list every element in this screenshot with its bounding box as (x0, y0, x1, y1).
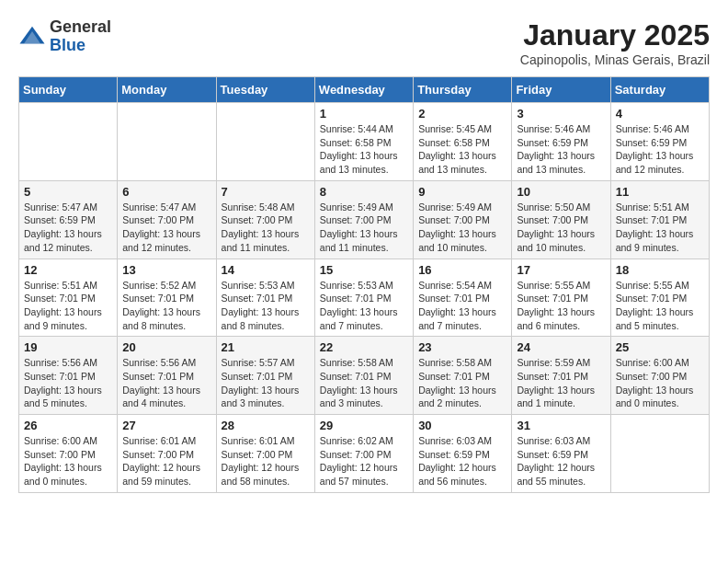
logo-icon (18, 23, 46, 51)
calendar-week-row: 12Sunrise: 5:51 AM Sunset: 7:01 PM Dayli… (19, 259, 710, 337)
day-info: Sunrise: 6:01 AM Sunset: 7:00 PM Dayligh… (122, 434, 210, 488)
day-info: Sunrise: 5:55 AM Sunset: 7:01 PM Dayligh… (517, 279, 605, 333)
day-number: 16 (418, 263, 506, 277)
calendar-body: 1Sunrise: 5:44 AM Sunset: 6:58 PM Daylig… (19, 103, 710, 493)
day-number: 3 (517, 107, 605, 121)
day-number: 31 (517, 419, 605, 432)
calendar-cell: 8Sunrise: 5:49 AM Sunset: 7:00 PM Daylig… (314, 180, 413, 259)
day-info: Sunrise: 5:54 AM Sunset: 7:01 PM Dayligh… (418, 279, 506, 333)
calendar-cell: 5Sunrise: 5:47 AM Sunset: 6:59 PM Daylig… (19, 180, 118, 259)
header-day: Friday (512, 77, 610, 103)
day-number: 7 (222, 185, 310, 199)
day-info: Sunrise: 5:59 AM Sunset: 7:01 PM Dayligh… (517, 356, 605, 410)
calendar-cell: 12Sunrise: 5:51 AM Sunset: 7:01 PM Dayli… (19, 259, 118, 337)
day-number: 29 (320, 419, 408, 432)
header-day: Sunday (19, 77, 118, 103)
day-number: 22 (320, 340, 408, 354)
day-info: Sunrise: 5:56 AM Sunset: 7:01 PM Dayligh… (24, 356, 112, 410)
calendar-cell: 14Sunrise: 5:53 AM Sunset: 7:01 PM Dayli… (216, 259, 314, 337)
calendar-cell: 2Sunrise: 5:45 AM Sunset: 6:58 PM Daylig… (414, 103, 512, 181)
header-row: SundayMondayTuesdayWednesdayThursdayFrid… (19, 77, 710, 103)
day-number: 24 (517, 340, 605, 354)
calendar-cell: 19Sunrise: 5:56 AM Sunset: 7:01 PM Dayli… (19, 337, 118, 415)
calendar-cell: 20Sunrise: 5:56 AM Sunset: 7:01 PM Dayli… (118, 337, 216, 415)
calendar-cell: 30Sunrise: 6:03 AM Sunset: 6:59 PM Dayli… (414, 415, 512, 493)
calendar-cell: 4Sunrise: 5:46 AM Sunset: 6:59 PM Daylig… (610, 103, 709, 181)
day-info: Sunrise: 6:02 AM Sunset: 7:00 PM Dayligh… (320, 434, 408, 488)
calendar-cell: 9Sunrise: 5:49 AM Sunset: 7:00 PM Daylig… (414, 180, 512, 259)
calendar-table: SundayMondayTuesdayWednesdayThursdayFrid… (18, 76, 710, 493)
calendar-cell: 15Sunrise: 5:53 AM Sunset: 7:01 PM Dayli… (314, 259, 413, 337)
day-number: 1 (320, 107, 408, 121)
day-info: Sunrise: 5:47 AM Sunset: 7:00 PM Dayligh… (122, 201, 210, 255)
logo: General Blue (18, 18, 111, 55)
day-info: Sunrise: 6:00 AM Sunset: 7:00 PM Dayligh… (616, 356, 704, 410)
day-info: Sunrise: 5:45 AM Sunset: 6:58 PM Dayligh… (418, 122, 506, 177)
calendar-cell: 16Sunrise: 5:54 AM Sunset: 7:01 PM Dayli… (414, 259, 512, 337)
day-info: Sunrise: 6:03 AM Sunset: 6:59 PM Dayligh… (418, 434, 506, 488)
day-number: 5 (24, 185, 112, 199)
calendar-week-row: 5Sunrise: 5:47 AM Sunset: 6:59 PM Daylig… (19, 180, 710, 259)
day-number: 26 (24, 419, 112, 432)
day-info: Sunrise: 5:56 AM Sunset: 7:01 PM Dayligh… (122, 356, 210, 410)
day-number: 4 (616, 107, 704, 121)
calendar-cell (19, 103, 118, 181)
calendar-cell: 27Sunrise: 6:01 AM Sunset: 7:00 PM Dayli… (118, 415, 216, 493)
calendar-header: SundayMondayTuesdayWednesdayThursdayFrid… (19, 77, 710, 103)
calendar-cell: 10Sunrise: 5:50 AM Sunset: 7:00 PM Dayli… (512, 180, 610, 259)
day-number: 15 (320, 263, 408, 277)
day-number: 25 (616, 340, 704, 354)
day-number: 19 (24, 340, 112, 354)
calendar-cell (216, 103, 314, 181)
calendar-week-row: 26Sunrise: 6:00 AM Sunset: 7:00 PM Dayli… (19, 415, 710, 493)
day-number: 11 (616, 185, 704, 199)
calendar-cell: 7Sunrise: 5:48 AM Sunset: 7:00 PM Daylig… (216, 180, 314, 259)
day-number: 17 (517, 263, 605, 277)
header-day: Thursday (414, 77, 512, 103)
calendar-cell: 29Sunrise: 6:02 AM Sunset: 7:00 PM Dayli… (314, 415, 413, 493)
calendar-cell: 31Sunrise: 6:03 AM Sunset: 6:59 PM Dayli… (512, 415, 610, 493)
day-number: 18 (616, 263, 704, 277)
day-info: Sunrise: 5:49 AM Sunset: 7:00 PM Dayligh… (418, 201, 506, 255)
header-day: Tuesday (216, 77, 314, 103)
day-info: Sunrise: 5:49 AM Sunset: 7:00 PM Dayligh… (320, 201, 408, 255)
day-info: Sunrise: 5:46 AM Sunset: 6:59 PM Dayligh… (616, 122, 704, 177)
logo-blue: Blue (50, 37, 111, 55)
day-number: 14 (222, 263, 310, 277)
day-number: 9 (418, 185, 506, 199)
day-info: Sunrise: 5:55 AM Sunset: 7:01 PM Dayligh… (616, 279, 704, 333)
day-info: Sunrise: 5:53 AM Sunset: 7:01 PM Dayligh… (320, 279, 408, 333)
calendar-week-row: 19Sunrise: 5:56 AM Sunset: 7:01 PM Dayli… (19, 337, 710, 415)
day-number: 21 (222, 340, 310, 354)
calendar-cell: 23Sunrise: 5:58 AM Sunset: 7:01 PM Dayli… (414, 337, 512, 415)
day-info: Sunrise: 6:01 AM Sunset: 7:00 PM Dayligh… (222, 434, 310, 488)
day-info: Sunrise: 5:58 AM Sunset: 7:01 PM Dayligh… (320, 356, 408, 410)
calendar-cell: 21Sunrise: 5:57 AM Sunset: 7:01 PM Dayli… (216, 337, 314, 415)
calendar-cell: 6Sunrise: 5:47 AM Sunset: 7:00 PM Daylig… (118, 180, 216, 259)
calendar-cell: 22Sunrise: 5:58 AM Sunset: 7:01 PM Dayli… (314, 337, 413, 415)
day-info: Sunrise: 5:58 AM Sunset: 7:01 PM Dayligh… (418, 356, 506, 410)
header-day: Saturday (610, 77, 709, 103)
day-info: Sunrise: 6:03 AM Sunset: 6:59 PM Dayligh… (517, 434, 605, 488)
day-info: Sunrise: 5:53 AM Sunset: 7:01 PM Dayligh… (222, 279, 310, 333)
day-number: 23 (418, 340, 506, 354)
day-info: Sunrise: 5:51 AM Sunset: 7:01 PM Dayligh… (24, 279, 112, 333)
day-number: 30 (418, 419, 506, 432)
calendar-cell: 17Sunrise: 5:55 AM Sunset: 7:01 PM Dayli… (512, 259, 610, 337)
day-info: Sunrise: 5:47 AM Sunset: 6:59 PM Dayligh… (24, 201, 112, 255)
day-info: Sunrise: 5:57 AM Sunset: 7:01 PM Dayligh… (222, 356, 310, 410)
day-number: 8 (320, 185, 408, 199)
calendar-cell: 3Sunrise: 5:46 AM Sunset: 6:59 PM Daylig… (512, 103, 610, 181)
day-info: Sunrise: 5:46 AM Sunset: 6:59 PM Dayligh… (517, 122, 605, 177)
day-number: 10 (517, 185, 605, 199)
day-number: 13 (122, 263, 210, 277)
calendar-cell: 1Sunrise: 5:44 AM Sunset: 6:58 PM Daylig… (314, 103, 413, 181)
day-number: 27 (122, 419, 210, 432)
day-number: 12 (24, 263, 112, 277)
logo-text: General Blue (50, 18, 111, 55)
day-info: Sunrise: 6:00 AM Sunset: 7:00 PM Dayligh… (24, 434, 112, 488)
day-info: Sunrise: 5:48 AM Sunset: 7:00 PM Dayligh… (222, 201, 310, 255)
day-number: 2 (418, 107, 506, 121)
header-day: Wednesday (314, 77, 413, 103)
day-info: Sunrise: 5:51 AM Sunset: 7:01 PM Dayligh… (616, 201, 704, 255)
